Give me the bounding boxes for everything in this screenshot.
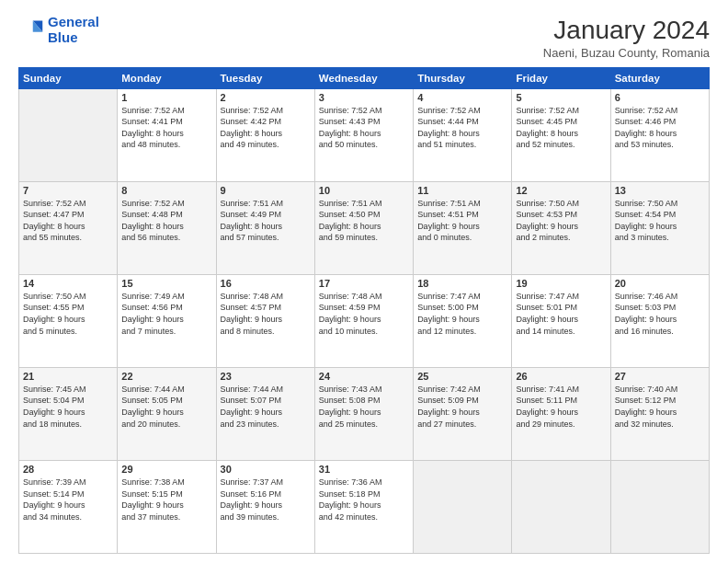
calendar-cell: 9Sunrise: 7:51 AM Sunset: 4:49 PM Daylig… [216,181,314,274]
day-info: Sunrise: 7:47 AM Sunset: 5:01 PM Dayligh… [516,291,606,337]
day-number: 27 [615,371,705,382]
calendar-cell: 15Sunrise: 7:49 AM Sunset: 4:56 PM Dayli… [118,274,216,367]
day-number: 30 [221,464,311,475]
title-block: January 2024 Naeni, Buzau County, Romani… [543,15,710,60]
logo-text: General Blue [48,15,99,45]
calendar-cell: 28Sunrise: 7:39 AM Sunset: 5:14 PM Dayli… [19,460,118,553]
day-info: Sunrise: 7:52 AM Sunset: 4:48 PM Dayligh… [121,198,211,244]
week-row-5: 28Sunrise: 7:39 AM Sunset: 5:14 PM Dayli… [19,460,710,553]
day-number: 10 [319,185,409,196]
calendar-cell: 3Sunrise: 7:52 AM Sunset: 4:43 PM Daylig… [314,88,413,181]
day-number: 9 [221,185,311,196]
day-info: Sunrise: 7:44 AM Sunset: 5:05 PM Dayligh… [121,384,211,430]
day-number: 24 [319,371,409,382]
logo-icon [18,17,44,43]
day-info: Sunrise: 7:47 AM Sunset: 5:00 PM Dayligh… [417,291,507,337]
day-info: Sunrise: 7:52 AM Sunset: 4:44 PM Dayligh… [417,105,507,151]
calendar-cell: 20Sunrise: 7:46 AM Sunset: 5:03 PM Dayli… [610,274,709,367]
day-info: Sunrise: 7:42 AM Sunset: 5:09 PM Dayligh… [417,384,507,430]
day-info: Sunrise: 7:48 AM Sunset: 4:57 PM Dayligh… [221,291,311,337]
weekday-header-saturday: Saturday [610,67,709,88]
day-info: Sunrise: 7:49 AM Sunset: 4:56 PM Dayligh… [121,291,211,337]
day-number: 15 [121,278,211,289]
calendar-cell: 14Sunrise: 7:50 AM Sunset: 4:55 PM Dayli… [19,274,118,367]
calendar-cell: 10Sunrise: 7:51 AM Sunset: 4:50 PM Dayli… [314,181,413,274]
calendar-cell: 7Sunrise: 7:52 AM Sunset: 4:47 PM Daylig… [19,181,118,274]
weekday-header-thursday: Thursday [414,67,512,88]
day-info: Sunrise: 7:52 AM Sunset: 4:45 PM Dayligh… [516,105,606,151]
weekday-header-sunday: Sunday [19,67,118,88]
day-info: Sunrise: 7:36 AM Sunset: 5:18 PM Dayligh… [319,477,409,523]
day-info: Sunrise: 7:44 AM Sunset: 5:07 PM Dayligh… [221,384,311,430]
day-number: 7 [23,185,113,196]
day-number: 17 [319,278,409,289]
day-info: Sunrise: 7:37 AM Sunset: 5:16 PM Dayligh… [221,477,311,523]
header-row: SundayMondayTuesdayWednesdayThursdayFrid… [19,67,710,88]
day-info: Sunrise: 7:50 AM Sunset: 4:53 PM Dayligh… [516,198,606,244]
calendar-cell: 21Sunrise: 7:45 AM Sunset: 5:04 PM Dayli… [19,367,118,460]
calendar-cell: 29Sunrise: 7:38 AM Sunset: 5:15 PM Dayli… [118,460,216,553]
calendar-cell [610,460,709,553]
day-number: 26 [516,371,606,382]
weekday-header-friday: Friday [512,67,610,88]
calendar-cell: 24Sunrise: 7:43 AM Sunset: 5:08 PM Dayli… [314,367,413,460]
calendar-cell [512,460,610,553]
day-number: 23 [221,371,311,382]
page: General Blue January 2024 Naeni, Buzau C… [0,0,728,563]
day-info: Sunrise: 7:50 AM Sunset: 4:54 PM Dayligh… [615,198,705,244]
main-title: January 2024 [543,15,710,46]
day-number: 18 [417,278,507,289]
day-number: 2 [221,92,311,103]
day-number: 29 [121,464,211,475]
day-info: Sunrise: 7:52 AM Sunset: 4:46 PM Dayligh… [615,105,705,151]
day-info: Sunrise: 7:51 AM Sunset: 4:49 PM Dayligh… [221,198,311,244]
calendar-cell: 1Sunrise: 7:52 AM Sunset: 4:41 PM Daylig… [118,88,216,181]
day-number: 8 [121,185,211,196]
day-number: 28 [23,464,113,475]
day-info: Sunrise: 7:52 AM Sunset: 4:41 PM Dayligh… [121,105,211,151]
calendar-cell: 6Sunrise: 7:52 AM Sunset: 4:46 PM Daylig… [610,88,709,181]
day-info: Sunrise: 7:40 AM Sunset: 5:12 PM Dayligh… [615,384,705,430]
day-number: 20 [615,278,705,289]
weekday-header-wednesday: Wednesday [314,67,413,88]
day-number: 31 [319,464,409,475]
week-row-1: 1Sunrise: 7:52 AM Sunset: 4:41 PM Daylig… [19,88,710,181]
day-info: Sunrise: 7:48 AM Sunset: 4:59 PM Dayligh… [319,291,409,337]
calendar-cell: 2Sunrise: 7:52 AM Sunset: 4:42 PM Daylig… [216,88,314,181]
day-number: 5 [516,92,606,103]
calendar-cell: 23Sunrise: 7:44 AM Sunset: 5:07 PM Dayli… [216,367,314,460]
calendar-cell: 13Sunrise: 7:50 AM Sunset: 4:54 PM Dayli… [610,181,709,274]
day-number: 22 [121,371,211,382]
weekday-header-tuesday: Tuesday [216,67,314,88]
day-info: Sunrise: 7:41 AM Sunset: 5:11 PM Dayligh… [516,384,606,430]
day-number: 3 [319,92,409,103]
subtitle: Naeni, Buzau County, Romania [543,46,710,60]
day-number: 11 [417,185,507,196]
calendar-cell: 8Sunrise: 7:52 AM Sunset: 4:48 PM Daylig… [118,181,216,274]
calendar-cell: 11Sunrise: 7:51 AM Sunset: 4:51 PM Dayli… [414,181,512,274]
calendar-cell: 18Sunrise: 7:47 AM Sunset: 5:00 PM Dayli… [414,274,512,367]
calendar-cell [19,88,118,181]
calendar-cell [414,460,512,553]
week-row-3: 14Sunrise: 7:50 AM Sunset: 4:55 PM Dayli… [19,274,710,367]
calendar-cell: 19Sunrise: 7:47 AM Sunset: 5:01 PM Dayli… [512,274,610,367]
calendar-table: SundayMondayTuesdayWednesdayThursdayFrid… [18,67,710,554]
calendar-cell: 27Sunrise: 7:40 AM Sunset: 5:12 PM Dayli… [610,367,709,460]
day-number: 4 [417,92,507,103]
day-number: 1 [121,92,211,103]
day-number: 13 [615,185,705,196]
day-info: Sunrise: 7:51 AM Sunset: 4:50 PM Dayligh… [319,198,409,244]
day-info: Sunrise: 7:52 AM Sunset: 4:43 PM Dayligh… [319,105,409,151]
day-info: Sunrise: 7:52 AM Sunset: 4:42 PM Dayligh… [221,105,311,151]
calendar-cell: 25Sunrise: 7:42 AM Sunset: 5:09 PM Dayli… [414,367,512,460]
logo: General Blue [18,15,99,45]
calendar-cell: 4Sunrise: 7:52 AM Sunset: 4:44 PM Daylig… [414,88,512,181]
day-info: Sunrise: 7:50 AM Sunset: 4:55 PM Dayligh… [23,291,113,337]
day-info: Sunrise: 7:45 AM Sunset: 5:04 PM Dayligh… [23,384,113,430]
day-info: Sunrise: 7:52 AM Sunset: 4:47 PM Dayligh… [23,198,113,244]
calendar-cell: 17Sunrise: 7:48 AM Sunset: 4:59 PM Dayli… [314,274,413,367]
day-number: 6 [615,92,705,103]
day-number: 14 [23,278,113,289]
day-info: Sunrise: 7:46 AM Sunset: 5:03 PM Dayligh… [615,291,705,337]
calendar-cell: 12Sunrise: 7:50 AM Sunset: 4:53 PM Dayli… [512,181,610,274]
